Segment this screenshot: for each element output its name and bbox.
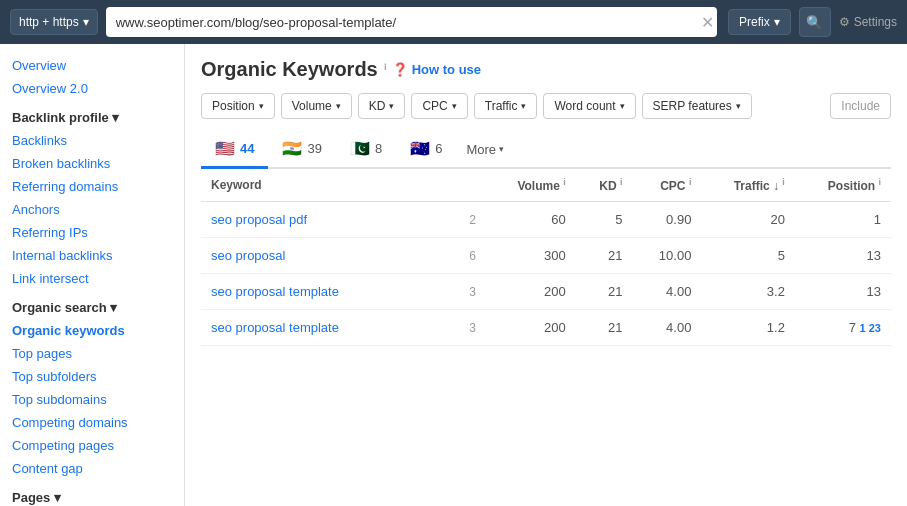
page-title: Organic Keywords (201, 58, 378, 81)
serp-chevron: ▾ (736, 101, 741, 111)
title-info-icon[interactable]: ⁱ (384, 63, 386, 77)
cell-traffic: 3.2 (701, 274, 794, 310)
cell-position: 7 1 23 (795, 310, 891, 346)
filter-serp-label: SERP features (653, 99, 732, 113)
cell-col2: 3 (451, 274, 486, 310)
position-chevron: ▾ (259, 101, 264, 111)
filter-kd-label: KD (369, 99, 386, 113)
cell-col2: 2 (451, 202, 486, 238)
search-icon: 🔍 (806, 15, 823, 30)
cell-kd: 5 (576, 202, 633, 238)
cell-position: 13 (795, 274, 891, 310)
filter-kd[interactable]: KD ▾ (358, 93, 406, 119)
settings-label: Settings (854, 15, 897, 29)
sidebar-item-competing-pages[interactable]: Competing pages (0, 434, 184, 457)
cell-kd: 21 (576, 310, 633, 346)
word-count-chevron: ▾ (620, 101, 625, 111)
filter-volume[interactable]: Volume ▾ (281, 93, 352, 119)
sidebar-item-link-intersect[interactable]: Link intersect (0, 267, 184, 290)
filter-bar: Position ▾ Volume ▾ KD ▾ CPC ▾ Traffic ▾… (201, 93, 891, 119)
table-header-row: Keyword Volume i KD i CPC i Traffic ↓ i … (201, 169, 891, 202)
sidebar-item-top-subdomains[interactable]: Top subdomains (0, 388, 184, 411)
sidebar-item-overview[interactable]: Overview (0, 54, 184, 77)
cell-position: 1 (795, 202, 891, 238)
sidebar-item-content-gap[interactable]: Content gap (0, 457, 184, 480)
search-button[interactable]: 🔍 (799, 7, 831, 37)
sidebar-item-backlinks[interactable]: Backlinks (0, 129, 184, 152)
settings-button[interactable]: ⚙ Settings (839, 15, 897, 29)
keywords-table: Keyword Volume i KD i CPC i Traffic ↓ i … (201, 169, 891, 346)
col-traffic: Traffic ↓ i (701, 169, 794, 202)
filter-traffic-label: Traffic (485, 99, 518, 113)
prefix-dropdown[interactable]: Prefix ▾ (728, 9, 791, 35)
filter-position[interactable]: Position ▾ (201, 93, 275, 119)
cell-kd: 21 (576, 238, 633, 274)
col-kd: KD i (576, 169, 633, 202)
prefix-label: Prefix (739, 15, 770, 29)
us-flag: 🇺🇸 (215, 139, 235, 158)
cell-keyword[interactable]: seo proposal pdf (201, 202, 451, 238)
col-cpc: CPC i (632, 169, 701, 202)
traffic-chevron: ▾ (521, 101, 526, 111)
cell-traffic: 1.2 (701, 310, 794, 346)
filter-volume-label: Volume (292, 99, 332, 113)
volume-chevron: ▾ (336, 101, 341, 111)
table-row: seo proposal template 3 200 21 4.00 1.2 … (201, 310, 891, 346)
sidebar-section-backlink: Backlink profile ▾ (0, 106, 184, 129)
cell-keyword[interactable]: seo proposal (201, 238, 451, 274)
country-tab-au[interactable]: 🇦🇺 6 (396, 131, 456, 169)
sidebar-section-organic: Organic search ▾ (0, 296, 184, 319)
filter-cpc[interactable]: CPC ▾ (411, 93, 467, 119)
country-tab-in[interactable]: 🇮🇳 39 (268, 131, 335, 169)
kd-chevron: ▾ (389, 101, 394, 111)
cell-volume: 200 (486, 274, 576, 310)
cell-traffic: 20 (701, 202, 794, 238)
filter-cpc-label: CPC (422, 99, 447, 113)
how-to-use-label: How to use (412, 62, 481, 77)
country-tab-pk[interactable]: 🇵🇰 8 (336, 131, 396, 169)
filter-word-count-label: Word count (554, 99, 615, 113)
sidebar: Overview Overview 2.0 Backlink profile ▾… (0, 44, 185, 506)
sidebar-item-top-subfolders[interactable]: Top subfolders (0, 365, 184, 388)
include-button[interactable]: Include (830, 93, 891, 119)
us-count: 44 (240, 141, 254, 156)
in-flag: 🇮🇳 (282, 139, 302, 158)
cell-cpc: 10.00 (632, 238, 701, 274)
main-content: Organic Keywords ⁱ ❓ How to use Position… (185, 44, 907, 506)
protocol-dropdown[interactable]: http + https ▾ (10, 9, 98, 35)
cell-volume: 200 (486, 310, 576, 346)
au-flag: 🇦🇺 (410, 139, 430, 158)
sidebar-item-top-pages[interactable]: Top pages (0, 342, 184, 365)
more-chevron: ▾ (499, 144, 504, 154)
sidebar-item-broken-backlinks[interactable]: Broken backlinks (0, 152, 184, 175)
sidebar-item-overview2[interactable]: Overview 2.0 (0, 77, 184, 100)
sidebar-item-organic-keywords[interactable]: Organic keywords (0, 319, 184, 342)
protocol-label: http + https (19, 15, 79, 29)
sidebar-item-referring-domains[interactable]: Referring domains (0, 175, 184, 198)
filter-serp-features[interactable]: SERP features ▾ (642, 93, 752, 119)
sidebar-item-referring-ips[interactable]: Referring IPs (0, 221, 184, 244)
col-volume: Volume i (486, 169, 576, 202)
question-icon: ❓ (392, 62, 408, 77)
cell-cpc: 4.00 (632, 274, 701, 310)
filter-word-count[interactable]: Word count ▾ (543, 93, 635, 119)
include-label: Include (841, 99, 880, 113)
cell-keyword[interactable]: seo proposal template (201, 310, 451, 346)
sidebar-item-competing-domains[interactable]: Competing domains (0, 411, 184, 434)
how-to-use-link[interactable]: ❓ How to use (392, 62, 481, 77)
cell-keyword[interactable]: seo proposal template (201, 274, 451, 310)
country-tab-us[interactable]: 🇺🇸 44 (201, 131, 268, 169)
sidebar-item-internal-backlinks[interactable]: Internal backlinks (0, 244, 184, 267)
pk-count: 8 (375, 141, 382, 156)
table-row: seo proposal pdf 2 60 5 0.90 20 1 (201, 202, 891, 238)
table-row: seo proposal template 3 200 21 4.00 3.2 … (201, 274, 891, 310)
prefix-chevron: ▾ (774, 15, 780, 29)
clear-button[interactable]: ✕ (695, 13, 720, 32)
url-input[interactable] (106, 7, 717, 37)
sidebar-section-pages: Pages ▾ (0, 486, 184, 506)
filter-position-label: Position (212, 99, 255, 113)
filter-traffic[interactable]: Traffic ▾ (474, 93, 538, 119)
more-button[interactable]: More ▾ (456, 134, 514, 165)
sidebar-item-anchors[interactable]: Anchors (0, 198, 184, 221)
cell-volume: 300 (486, 238, 576, 274)
